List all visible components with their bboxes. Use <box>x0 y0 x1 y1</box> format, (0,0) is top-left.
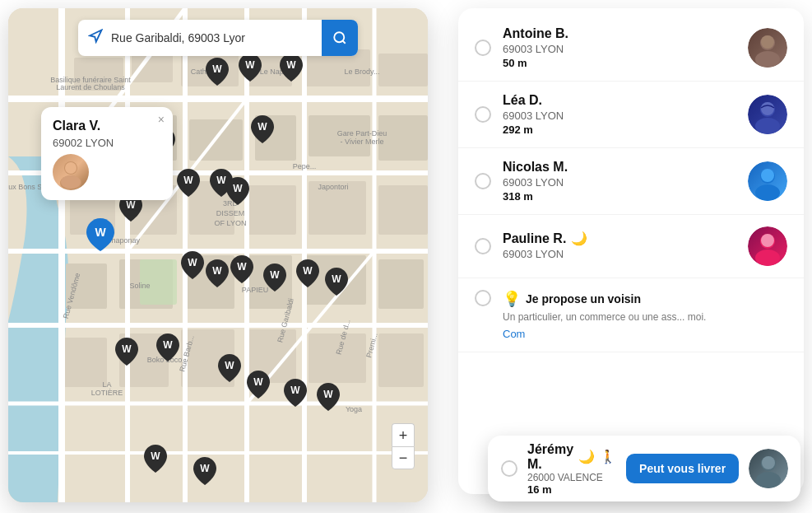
person-item-pauline: Pauline R. 🌙 69003 LYON <box>458 215 804 278</box>
avatar-lea <box>748 95 787 134</box>
person-distance-nicolas: 318 m <box>503 190 736 203</box>
svg-rect-18 <box>378 185 428 235</box>
delivery-select[interactable] <box>501 460 517 477</box>
svg-point-103 <box>65 162 77 174</box>
svg-text:Le Brody...: Le Brody... <box>345 68 380 76</box>
person-name-nicolas: Nicolas M. <box>503 160 736 175</box>
person-avatar-pauline <box>748 226 787 266</box>
svg-point-119 <box>762 456 775 469</box>
person-info-lea: Léa D. 69003 LYON 292 m <box>503 93 736 136</box>
svg-text:DISSEM: DISSEM <box>216 209 245 217</box>
delivery-person-name: Jérémy M. 🌙 🚶 <box>527 442 616 472</box>
delivery-person-city: 26000 VALENCE <box>527 472 616 483</box>
zoom-in-button[interactable]: + <box>392 423 415 446</box>
map-pin-6[interactable]: W <box>177 169 200 200</box>
svg-point-99 <box>334 32 344 42</box>
svg-text:Soline: Soline <box>129 282 150 290</box>
svg-text:LOTIÈRE: LOTIÈRE <box>91 389 123 397</box>
map-pin-17[interactable]: W <box>218 354 241 385</box>
svg-rect-25 <box>62 338 107 387</box>
person-item-lea: Léa D. 69003 LYON 292 m <box>458 82 804 148</box>
svg-text:W: W <box>126 199 136 211</box>
person-item-nicolas: Nicolas M. 69003 LYON 318 m <box>458 148 804 215</box>
avatar-antoine <box>748 28 787 68</box>
map-pin-8[interactable]: W <box>226 177 249 208</box>
propose-link[interactable]: Com <box>503 328 787 340</box>
map-pin-12[interactable]: W <box>263 263 286 295</box>
person-city-nicolas: 69003 LYON <box>503 176 736 189</box>
svg-text:W: W <box>290 385 300 396</box>
svg-text:LA: LA <box>102 380 111 389</box>
people-list-panel: Antoine B. 69003 LYON 50 m Léa D. 69003 … <box>458 8 804 494</box>
svg-point-116 <box>761 234 774 247</box>
map-pin-1[interactable]: W <box>206 58 229 89</box>
map-pin-blue[interactable]: W <box>86 218 114 254</box>
map-pin-9[interactable]: W <box>181 251 204 282</box>
map-background: 3RD DISSEM OF LYON Soline Pepe... Japont… <box>8 8 428 502</box>
map-pin-3[interactable]: W <box>280 54 303 85</box>
map-pin-24[interactable]: W <box>115 338 138 369</box>
person-info-pauline: Pauline R. 🌙 69003 LYON <box>503 231 736 262</box>
svg-text:Yoga: Yoga <box>346 405 362 413</box>
person-city-pauline: 69003 LYON <box>503 248 736 260</box>
map-container: 3RD DISSEM OF LYON Soline Pepe... Japont… <box>8 8 428 502</box>
popup-person-avatar <box>53 154 89 190</box>
svg-point-118 <box>756 472 781 488</box>
person-avatar-nicolas <box>748 161 787 201</box>
map-pin-16[interactable]: W <box>156 333 179 365</box>
person-name-antoine: Antoine B. <box>503 26 736 41</box>
map-pin-19[interactable]: W <box>284 379 307 410</box>
person-city-antoine: 69003 LYON <box>503 43 736 55</box>
propose-description: Un particulier, un commerce ou une ass..… <box>503 310 787 324</box>
popup-close-button[interactable]: × <box>158 114 165 125</box>
svg-text:- Vivier Merle: - Vivier Merle <box>341 138 384 146</box>
map-pin-21[interactable]: W <box>144 445 167 476</box>
person-select-lea[interactable] <box>475 106 491 123</box>
map-pin-11[interactable]: W <box>230 255 253 287</box>
map-pin-10[interactable]: W <box>206 259 229 291</box>
person-select-pauline[interactable] <box>475 238 491 254</box>
map-pin-4[interactable]: W <box>251 115 274 147</box>
map-pin-14[interactable]: W <box>325 268 348 299</box>
map-pin-22[interactable]: W <box>193 457 216 488</box>
svg-text:W: W <box>163 339 173 351</box>
svg-point-115 <box>755 250 780 266</box>
popup-person-name: Clara V. <box>53 119 161 133</box>
delivery-card: Jérémy M. 🌙 🚶 26000 VALENCE 16 m Peut vo… <box>488 436 800 501</box>
svg-text:W: W <box>212 63 222 75</box>
person-select-nicolas[interactable] <box>475 173 491 189</box>
person-info-antoine: Antoine B. 69003 LYON 50 m <box>503 26 736 69</box>
delivery-moon-icon: 🌙 <box>578 449 595 464</box>
svg-point-112 <box>755 184 780 201</box>
svg-text:W: W <box>151 450 160 462</box>
svg-text:Gare Part-Dieu: Gare Part-Dieu <box>337 129 387 138</box>
search-input[interactable] <box>103 31 322 44</box>
map-pin-13[interactable]: W <box>296 259 319 291</box>
delivery-badge-button[interactable]: Peut vous livrer <box>626 454 739 483</box>
svg-point-107 <box>761 35 774 49</box>
svg-text:W: W <box>188 257 197 268</box>
person-name-pauline: Pauline R. 🌙 <box>503 231 736 246</box>
svg-rect-24 <box>378 259 424 309</box>
svg-text:Laurent de Choulans: Laurent de Choulans <box>56 83 125 91</box>
search-button[interactable] <box>322 20 358 56</box>
delivery-info: Jérémy M. 🌙 🚶 26000 VALENCE 16 m <box>527 442 616 496</box>
propose-voisin-item: 💡 Je propose un voisin Un particulier, u… <box>458 278 804 352</box>
svg-text:W: W <box>258 121 267 133</box>
svg-point-110 <box>761 102 774 115</box>
svg-rect-30 <box>378 333 424 387</box>
person-select-antoine[interactable] <box>475 40 491 56</box>
map-pin-2[interactable]: W <box>239 54 262 85</box>
person-select-propose[interactable] <box>475 290 491 306</box>
avatar-jeremy <box>749 449 788 488</box>
zoom-out-button[interactable]: − <box>392 446 415 469</box>
person-city-lea: 69003 LYON <box>503 110 736 122</box>
svg-text:Pepe...: Pepe... <box>293 162 317 170</box>
avatar-pauline <box>748 226 787 266</box>
svg-point-106 <box>755 51 780 68</box>
map-pin-18[interactable]: W <box>247 371 270 402</box>
map-pin-20[interactable]: W <box>317 383 340 414</box>
person-distance-lea: 292 m <box>503 124 736 136</box>
svg-text:W: W <box>216 175 226 186</box>
moon-badge-pauline: 🌙 <box>571 231 587 246</box>
